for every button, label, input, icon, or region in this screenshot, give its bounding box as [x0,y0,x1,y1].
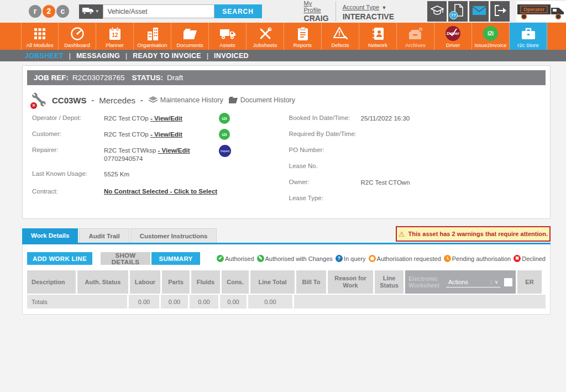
col-parts: Parts [162,270,190,294]
chevron-down-icon: ∨ [491,279,499,285]
chevron-down-icon: ▼ [95,9,99,14]
nav-r2c-store[interactable]: r2c Store [510,23,547,50]
maintenance-history-link[interactable]: Maintenance History [148,96,223,104]
vehicle-registration: CC03WS [52,96,87,105]
truck-icon [82,7,93,17]
profile-area: My Profile CRAIG Account Type ▼ INTERACT… [297,0,401,23]
operator-mode-widget[interactable]: Operator [516,1,566,22]
envelope-icon [472,6,486,18]
operator-view-edit-link[interactable]: - View/Edit [150,115,182,122]
tab-work-details[interactable]: Work Details [22,228,78,243]
subnav-invoiced[interactable]: INVOICED [214,52,249,60]
my-profile-link[interactable]: My Profile [304,0,329,13]
show-details-button[interactable]: SHOW DETAILS [101,252,150,265]
status-label: STATUS: [132,74,164,82]
actions-dropdown[interactable]: Actions ∨ [446,276,500,288]
search-button[interactable]: SEARCH [214,4,262,18]
clock-icon [444,255,451,262]
nav-all-modules[interactable]: All Modules [21,23,59,50]
job-ref-label: JOB REF: [34,74,69,82]
my-profile-block[interactable]: My Profile CRAIG [297,0,336,23]
clipboard-icon [297,25,309,41]
subnav-messaging[interactable]: MESSAGING [76,52,120,60]
r2c-logo[interactable]: r 2 c [29,5,70,18]
chevron-down-icon: ▼ [382,5,387,11]
col-auth-status: Auth. Status [77,270,128,294]
tab-audit-trail[interactable]: Audit Trail [79,228,129,243]
nav-network[interactable]: Network [359,23,397,50]
nav-defects[interactable]: ! Defects [322,23,359,50]
select-contract-link[interactable]: No Contract Selected - Click to Select [104,188,217,197]
logo-letter-c: c [56,5,69,18]
repairer-view-edit-link[interactable]: - View/Edit [158,147,190,154]
totals-line-total: 0.00 [248,295,292,309]
topbar-icon-buttons: 77 [427,1,510,22]
field-last-known-usage: Last Known Usage: 5525 Km [32,170,289,179]
user-name: CRAIG [304,14,329,23]
asset-warning-banner[interactable]: ⚠ This asset has 2 warnings that require… [396,226,551,242]
job-ref-value: R2C030728765 [72,74,125,82]
legend-authorisation-requested: Authorisation requested [369,255,441,262]
briefcase-icon [521,25,536,41]
nav-dashboard[interactable]: Dashboard [59,23,96,50]
layers-icon [148,96,158,104]
auth-status-legend: ✔ Authorised ✎ Authorised with Changes ?… [217,255,546,262]
col-description: Description [27,270,76,294]
document-history-link[interactable]: Document History [228,96,295,104]
legend-pending-authorisation: Pending authorisation [444,255,511,262]
logo-letter-2: 2 [43,5,55,18]
cross-icon: ✖ [513,255,521,262]
crossed-tools-icon [258,25,272,41]
notification-count-badge: 77 [449,11,458,19]
nav-archives[interactable]: Archives [397,23,434,50]
nav-jobsheets[interactable]: Jobsheets [247,23,284,50]
nav-documents[interactable]: Documents [171,23,209,50]
nav-issue2invoice[interactable]: i2i Issue2Invoice [472,23,510,50]
nav-reports[interactable]: Reports [284,23,322,50]
add-work-line-button[interactable]: ADD WORK LINE [27,252,92,265]
electronic-worksheet-group: Electronic Worksheet Actions ∨ [405,270,516,294]
search-type-dropdown[interactable]: ▼ [79,4,103,19]
col-labour: Labour [130,270,160,294]
field-booked-in: Booked In Date/Time: 25/11/2022 16:30 [289,114,546,123]
totals-fluids: 0.00 [190,295,218,309]
customer-view-edit-link[interactable]: - View/Edit [150,131,182,138]
table-header-row: Description Auth. Status Labour Parts Fl… [27,270,546,294]
account-type-block[interactable]: Account Type ▼ INTERACTIVE [336,2,401,21]
legend-in-query: ? In query [336,255,366,262]
legend-declined: ✖ Declined [513,255,546,262]
nav-assets[interactable]: Assets [209,23,247,50]
job-ref-bar: JOB REF: R2C030728765 STATUS: Draft [27,70,546,85]
folder-icon [228,96,238,104]
tab-customer-instructions[interactable]: Customer Instructions [130,228,217,243]
select-all-checkbox[interactable] [504,278,512,286]
subnav-ready-to-invoice[interactable]: READY TO INVOICE [133,52,201,60]
logout-button[interactable] [490,1,510,22]
account-type-link[interactable]: Account Type [343,4,379,11]
nav-organisation[interactable]: Organisation [134,23,171,50]
training-button[interactable] [427,1,447,22]
top-bar: r 2 c ▼ SEARCH My Profile CRAIG Account … [0,0,566,23]
vehicle-asset-search-input[interactable] [103,4,214,18]
question-icon: ? [336,255,343,262]
driver-icon: Driver [446,25,460,41]
nav-driver[interactable]: Driver Driver [434,23,472,50]
feedback-button[interactable]: 77 [448,1,468,22]
subnav-jobsheet[interactable]: JOBSHEET [25,52,64,60]
grid-icon [34,25,46,41]
calendar-icon: 12 [108,25,122,41]
field-operator-depot: Operator / Depot: R2C Test CTOp - View/E… [32,114,289,123]
jobsheet-subnav: JOBSHEET | MESSAGING | READY TO INVOICE … [0,50,566,61]
work-toolbar: ADD WORK LINE SHOW DETAILS SUMMARY ✔ Aut… [27,252,546,265]
address-book-icon [371,25,385,41]
summary-button[interactable]: SUMMARY [151,252,200,265]
field-lease-no: Lease No. [289,163,546,171]
work-tabs-zone: Work Details Audit Trail Customer Instru… [22,228,551,315]
messages-button[interactable] [469,1,489,22]
buildings-icon [146,25,159,41]
vehicle-alert-badge: ✕ [30,102,37,109]
status-value: Draft [167,74,183,82]
nav-planner[interactable]: 12 Planner [96,23,134,50]
col-line-status: Line Status [375,270,403,294]
account-type-value: INTERACTIVE [343,12,394,21]
